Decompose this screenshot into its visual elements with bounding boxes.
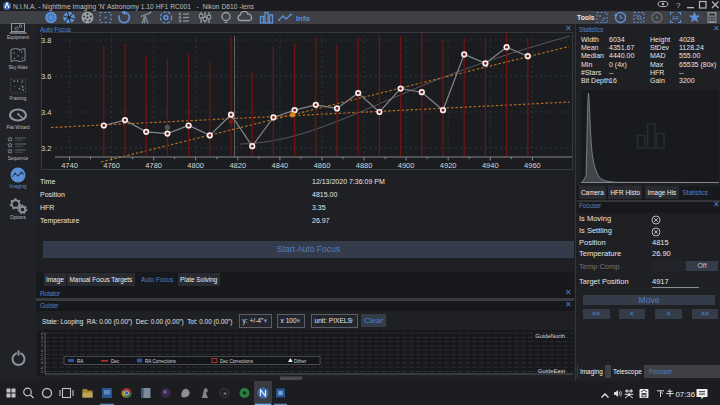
svg-text:?: ? — [676, 1, 681, 10]
svg-text:Options: Options — [10, 215, 27, 220]
svg-text:RA Corrections: RA Corrections — [145, 359, 177, 364]
svg-text:3.4: 3.4 — [41, 108, 51, 117]
svg-text:3.2: 3.2 — [41, 144, 51, 153]
svg-text:-5: -5 — [40, 370, 43, 374]
svg-text:Sequence: Sequence — [8, 156, 29, 161]
svg-text:RA: RA — [77, 359, 84, 364]
svg-text:4780: 4780 — [145, 161, 162, 170]
svg-text:GuideEast: GuideEast — [538, 368, 565, 374]
svg-text:Sky Atlas: Sky Atlas — [9, 65, 29, 70]
svg-text:AF: AF — [672, 15, 680, 21]
svg-text:3.6: 3.6 — [41, 72, 51, 81]
svg-text:Dither: Dither — [294, 359, 307, 364]
svg-text:4920: 4920 — [440, 161, 457, 170]
svg-text:4900: 4900 — [398, 161, 415, 170]
svg-text:4960: 4960 — [524, 161, 541, 170]
svg-text:Equipment: Equipment — [7, 35, 30, 40]
svg-text:Framing: Framing — [10, 96, 27, 101]
svg-text:4800: 4800 — [187, 161, 204, 170]
svg-text:4840: 4840 — [272, 161, 289, 170]
svg-text:07:36: 07:36 — [676, 390, 696, 399]
svg-text:GuideNorth: GuideNorth — [535, 333, 565, 339]
svg-text:4880: 4880 — [356, 161, 373, 170]
svg-text:4760: 4760 — [103, 161, 120, 170]
svg-text:4860: 4860 — [314, 161, 331, 170]
svg-text:3.8: 3.8 — [41, 36, 51, 45]
svg-text:4940: 4940 — [482, 161, 499, 170]
svg-text:Flat Wizard: Flat Wizard — [6, 125, 30, 130]
svg-text:Imaging: Imaging — [9, 184, 26, 189]
svg-text:Dec Corrections: Dec Corrections — [220, 359, 254, 364]
svg-text:Tools: Tools — [577, 14, 595, 21]
svg-text:4740: 4740 — [61, 161, 78, 170]
svg-text:4820: 4820 — [229, 161, 246, 170]
svg-text:Dec: Dec — [111, 359, 120, 364]
svg-text:Info: Info — [296, 14, 310, 23]
